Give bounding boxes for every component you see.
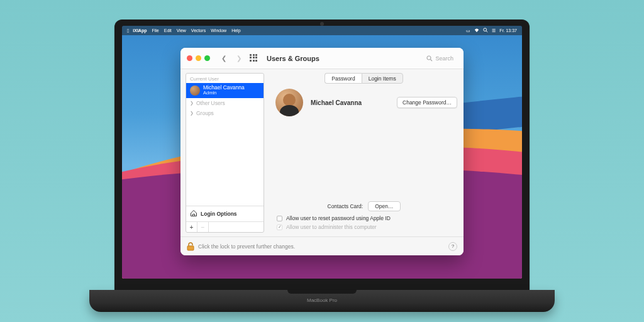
contacts-card-row: Contacts Card: Open… — [270, 201, 457, 211]
wifi-icon[interactable] — [474, 28, 479, 33]
laptop-label: MacBook Pro — [307, 297, 337, 303]
clock[interactable]: Fr. 13:37 — [499, 28, 517, 33]
permission-checks: Allow user to reset password using Apple… — [270, 215, 457, 233]
search-menu-icon[interactable] — [483, 28, 488, 33]
window-controls — [187, 55, 210, 61]
svg-point-0 — [484, 28, 487, 31]
allow-reset-checkbox[interactable] — [277, 216, 282, 221]
show-all-button[interactable] — [249, 53, 259, 64]
user-header: Michael Cavanna Change Password… — [270, 89, 457, 116]
laptop-base: MacBook Pro — [89, 290, 555, 312]
maximize-button[interactable] — [204, 55, 210, 61]
minimize-button[interactable] — [196, 55, 201, 61]
forward-button[interactable]: ❯ — [234, 53, 244, 64]
apple-menu-icon[interactable]:  — [127, 28, 129, 34]
sidebar-user-current[interactable]: Michael Cavanna Admin — [186, 83, 264, 98]
allow-admin-checkbox: ✓ — [277, 225, 282, 230]
avatar[interactable] — [275, 89, 303, 116]
help-button[interactable]: ? — [448, 242, 457, 251]
search-placeholder: Search — [435, 55, 453, 62]
preferences-window: ❮ ❯ Users & Groups Search Curr — [180, 48, 464, 255]
menu-help[interactable]: Help — [231, 28, 240, 33]
menu-view[interactable]: View — [177, 28, 186, 33]
add-user-button[interactable]: + — [186, 222, 197, 232]
laptop-lid:  iXIApp File Edit View Vectors Window H… — [114, 19, 530, 290]
control-center-icon[interactable]: ☰ — [492, 28, 496, 33]
remove-user-button[interactable]: − — [197, 222, 209, 232]
main-panel: Password Login Items Michael Cavanna Cha… — [264, 69, 464, 236]
home-icon — [190, 209, 197, 218]
users-sidebar: Current User Michael Cavanna Admin ❯ — [186, 73, 264, 233]
svg-rect-4 — [187, 246, 194, 250]
add-remove-bar: + − — [186, 221, 264, 232]
svg-line-3 — [431, 59, 433, 61]
sidebar-user-role: Admin — [203, 91, 245, 96]
avatar-icon — [190, 86, 200, 96]
sidebar-other-users[interactable]: ❯ Other Users — [186, 98, 264, 108]
search-input[interactable]: Search — [423, 54, 457, 63]
sidebar-groups[interactable]: ❯ Groups — [186, 108, 264, 118]
menu-edit[interactable]: Edit — [164, 28, 172, 33]
menu-vectors[interactable]: Vectors — [191, 28, 206, 33]
tab-segment: Password Login Items — [270, 73, 457, 84]
screen:  iXIApp File Edit View Vectors Window H… — [122, 26, 522, 279]
menu-window[interactable]: Window — [211, 28, 226, 33]
lock-text: Click the lock to prevent further change… — [198, 243, 295, 250]
laptop-frame:  iXIApp File Edit View Vectors Window H… — [89, 19, 555, 321]
allow-admin-row: ✓ Allow user to administer this computer — [277, 224, 457, 230]
allow-reset-row[interactable]: Allow user to reset password using Apple… — [277, 215, 457, 221]
menubar:  iXIApp File Edit View Vectors Window H… — [122, 26, 522, 35]
desktop:  iXIApp File Edit View Vectors Window H… — [122, 26, 522, 279]
tab-password[interactable]: Password — [325, 73, 361, 84]
chevron-right-icon: ❯ — [190, 111, 194, 116]
svg-point-2 — [427, 56, 431, 60]
chevron-right-icon: ❯ — [190, 101, 194, 106]
back-button[interactable]: ❮ — [219, 53, 229, 64]
change-password-button[interactable]: Change Password… — [397, 97, 457, 108]
window-footer: Click the lock to prevent further change… — [180, 236, 464, 255]
open-contacts-button[interactable]: Open… — [368, 201, 400, 211]
window-title: Users & Groups — [267, 55, 319, 62]
close-button[interactable] — [187, 55, 192, 61]
user-display-name: Michael Cavanna — [311, 99, 362, 106]
window-body: Current User Michael Cavanna Admin ❯ — [180, 69, 464, 236]
contacts-card-label: Contacts Card: — [328, 203, 364, 209]
current-user-label: Current User — [186, 74, 264, 83]
titlebar: ❮ ❯ Users & Groups Search — [180, 48, 464, 69]
login-options-button[interactable]: Login Options — [186, 206, 264, 221]
svg-line-1 — [487, 31, 488, 32]
app-menu[interactable]: iXIApp — [133, 28, 147, 33]
menu-file[interactable]: File — [152, 28, 158, 33]
battery-icon[interactable]: ▭ — [466, 28, 470, 33]
tab-login-items[interactable]: Login Items — [362, 73, 403, 84]
lock-icon[interactable] — [187, 242, 194, 251]
